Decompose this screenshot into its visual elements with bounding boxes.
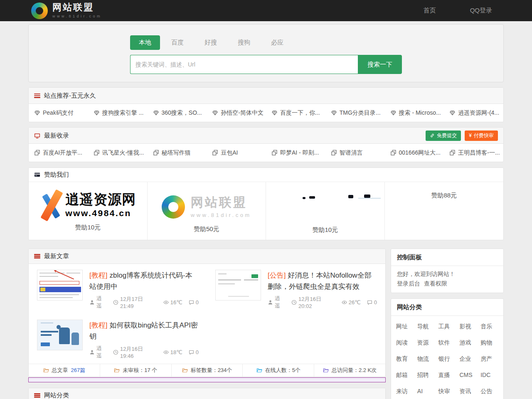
included-site-link[interactable]: 即梦AI - 即刻... xyxy=(266,149,325,157)
article-tag: [公告] xyxy=(268,271,286,279)
sponsor-card-4[interactable]: 赞助88元 xyxy=(385,182,504,240)
nav-qq-login-link[interactable]: QQ登录 xyxy=(470,7,492,15)
sidebar-category-link[interactable]: 招聘 xyxy=(416,367,438,383)
recommend-site-link[interactable]: TMG分类目录... xyxy=(325,109,385,117)
article-item-3[interactable]: [教程]如何获取bing站长工具API密钥 逍遥 12月16日 19:46 18… xyxy=(29,314,207,364)
sidebar-category-link[interactable]: AI xyxy=(416,383,438,399)
sponsor-card-3[interactable]: 赞助10元 xyxy=(266,182,385,240)
search-button[interactable]: 搜索一下 xyxy=(358,55,402,74)
gem-icon xyxy=(390,110,397,116)
search-engine-tab[interactable]: 好搜 xyxy=(204,35,217,50)
partial-logo-mark xyxy=(364,195,370,198)
article-item-2[interactable]: [公告]好消息！本站Nofollow全部删除，外链爬虫全是真实有效 逍遥 12月… xyxy=(207,264,385,314)
free-submit-button[interactable]: 免费提交 xyxy=(426,131,461,141)
brand-domain: www.81dir.com xyxy=(52,14,102,18)
article-title: [教程]zblog博客系统统计代码-本站使用中 xyxy=(89,270,199,292)
sidebar-category-link[interactable]: 网址 xyxy=(395,318,416,335)
sidebar-category-link[interactable]: 游戏 xyxy=(458,335,480,351)
stat-online[interactable]: 在线人数：5个 xyxy=(242,364,314,377)
included-site-link[interactable]: 王明昌博客-一... xyxy=(444,149,503,157)
sidebar-category-link[interactable]: 工具 xyxy=(438,318,459,335)
recommend-site-link[interactable]: 孙悟空-简体中文 xyxy=(207,109,266,117)
included-site-link[interactable]: 秘塔写作猫 xyxy=(148,149,207,157)
included-site-link[interactable]: 智谱清言 xyxy=(325,149,385,157)
sidebar-category-link[interactable]: 购物 xyxy=(480,335,501,351)
article-tag: [教程] xyxy=(89,271,107,279)
sidebar-category-link[interactable]: 邮箱 xyxy=(395,367,416,383)
search-engine-tab[interactable]: 搜狗 xyxy=(238,35,250,50)
sidebar-category-link[interactable]: 房产 xyxy=(480,351,501,367)
view-permissions-link[interactable]: 查看权限 xyxy=(424,280,447,287)
nav-home-link[interactable]: 首页 xyxy=(424,7,436,15)
search-engine-tab[interactable]: 本地 xyxy=(130,35,160,50)
sidebar-categories-panel: 网站分类 网址导航工具影视音乐阅读资源软件游戏购物教育物流银行企业房产邮箱招聘直… xyxy=(391,298,504,399)
81dir-logo-title: 网站联盟 xyxy=(191,196,251,209)
search-engine-tab[interactable]: 百度 xyxy=(171,35,184,50)
included-site-link[interactable]: 豆包AI xyxy=(207,149,266,157)
xiaoyao-logo-icon xyxy=(39,190,61,221)
recommend-site-link[interactable]: 逍遥资源网-(4... xyxy=(444,109,503,117)
copy-icon xyxy=(212,150,218,156)
copy-icon xyxy=(271,150,278,156)
stat-unreviewed[interactable]: 未审核：17 个 xyxy=(100,364,171,377)
recommend-site-link[interactable]: 搜狗搜索引擎 ... xyxy=(88,109,148,117)
article-author: 逍遥 xyxy=(275,295,285,310)
sidebar-category-link[interactable]: 快审 xyxy=(438,383,459,399)
sidebar-category-link[interactable]: 导航 xyxy=(416,318,438,335)
sidebar-category-link[interactable]: 教育 xyxy=(395,351,416,367)
sidebar-category-link[interactable]: 企业 xyxy=(458,351,480,367)
81dir-logo-icon xyxy=(162,195,185,219)
gem-icon xyxy=(331,110,337,116)
sidebar: 控制面板 您好，欢迎到访网站！ 登录后台查看权限 网站分类 网址导航工具影视音乐… xyxy=(391,249,504,399)
included-site-link[interactable]: 讯飞星火-懂我... xyxy=(88,149,148,157)
paid-review-button[interactable]: ¥ 付费快审 xyxy=(465,131,498,141)
search-input[interactable] xyxy=(130,55,358,74)
admin-login-link[interactable]: 登录后台 xyxy=(397,280,420,287)
search-engine-tabs: 本地百度好搜搜狗必应 xyxy=(130,35,402,50)
site-logo-icon[interactable] xyxy=(31,2,48,19)
included-site-link[interactable]: 百度AI开放平... xyxy=(29,149,88,157)
article-comments: 0 xyxy=(196,349,199,355)
sidebar-category-link[interactable]: 来访 xyxy=(395,383,416,399)
sidebar-category-link[interactable]: 银行 xyxy=(438,351,459,367)
xiaoyao-logo-title: 逍遥资源网 xyxy=(65,192,136,207)
recommend-site-link[interactable]: Peak码支付 xyxy=(29,109,88,117)
sponsor-card-xiaoyao[interactable]: 逍遥资源网 www.4984.cn 赞助10元 xyxy=(29,182,148,240)
eye-icon xyxy=(163,300,169,305)
recommend-site-link[interactable]: 百度一下，你... xyxy=(266,109,325,117)
included-site-link[interactable]: 001666网址大... xyxy=(385,149,444,157)
sidebar-category-link[interactable]: 影视 xyxy=(458,318,480,335)
sponsor-amount: 赞助88元 xyxy=(390,192,499,200)
article-date: 12月17日 21:49 xyxy=(120,296,157,309)
sponsor-cards: 逍遥资源网 www.4984.cn 赞助10元 网站联盟 www.81dir.c… xyxy=(29,182,503,240)
recommend-site-link[interactable]: 搜索 - Microso... xyxy=(385,109,444,117)
partial-logo-underline xyxy=(358,198,381,199)
copy-icon xyxy=(94,150,100,156)
search-engine-tab[interactable]: 必应 xyxy=(271,35,283,50)
sidebar-category-link[interactable]: 软件 xyxy=(438,335,459,351)
sponsor-card-81dir[interactable]: 网站联盟 www.81dir.com 赞助50元 xyxy=(148,182,266,240)
stat-visits[interactable]: 总访问量：2.2 K次 xyxy=(314,364,385,377)
sidebar-category-link[interactable]: 资源 xyxy=(416,335,438,351)
sidebar-category-link[interactable]: 物流 xyxy=(416,351,438,367)
copy-icon xyxy=(390,150,397,156)
eye-icon xyxy=(163,350,169,355)
stat-tags[interactable]: 标签数量：234个 xyxy=(171,364,243,377)
stat-total-articles[interactable]: 总文章 267篇 xyxy=(29,364,100,377)
sidebar-category-link[interactable]: 公告 xyxy=(480,383,501,399)
sidebar-category-link[interactable]: 资讯 xyxy=(458,383,480,399)
brand[interactable]: 网站联盟 www.81dir.com xyxy=(52,3,102,18)
sidebar-category-link[interactable]: IDC xyxy=(480,367,501,383)
sidebar-category-link[interactable]: CMS xyxy=(458,367,480,383)
sidebar-category-link[interactable]: 直播 xyxy=(438,367,459,383)
article-item-1[interactable]: [教程]zblog博客系统统计代码-本站使用中 逍遥 12月17日 21:49 … xyxy=(29,264,207,314)
control-panel-title: 控制面板 xyxy=(391,249,503,266)
sidebar-category-link[interactable]: 阅读 xyxy=(395,335,416,351)
user-icon xyxy=(89,350,95,355)
latest-articles-header: 最新文章 xyxy=(29,249,385,264)
gem-icon xyxy=(271,110,278,116)
user-icon xyxy=(89,300,95,305)
user-icon xyxy=(268,300,273,305)
sidebar-category-link[interactable]: 音乐 xyxy=(480,318,501,335)
recommend-site-link[interactable]: 360搜索，SO... xyxy=(148,109,207,117)
